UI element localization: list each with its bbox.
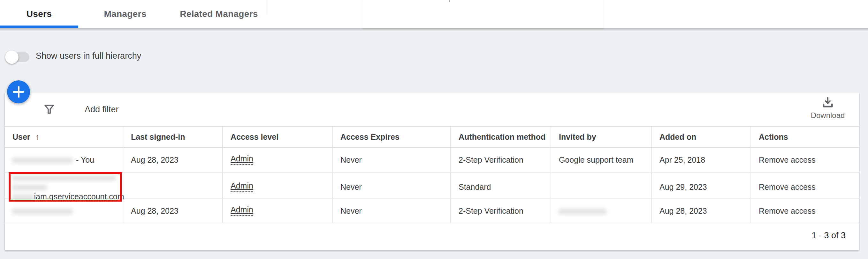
redacted-email: xxxxxxxxxxxxxx [12,207,73,216]
access-level-link[interactable]: Admin [230,154,253,165]
add-user-button[interactable] [7,80,30,103]
add-filter-button[interactable]: Add filter [42,98,119,120]
access-expires-cell: Never [332,199,450,223]
added-on-cell: Apr 25, 2018 [651,148,750,172]
actions-cell: Remove access [750,173,859,201]
user-cell: xxxxxxxxxxxxxx [5,199,123,223]
download-button[interactable]: Download [802,95,853,124]
column-header-last-signed-in: Last signed-in [123,126,222,147]
table-toolbar: Add filter Download [5,92,859,126]
funnel-icon [42,103,56,116]
hierarchy-toggle-label: Show users in full hierarchy [36,51,141,61]
auth-method-cell: 2-Step Verification [450,199,551,223]
tab-users[interactable]: Users [0,0,78,28]
redacted-email: xxxxxxxxxxx [559,207,607,216]
column-header-authentication-method: Authentication method [450,126,551,147]
plus-icon [18,86,20,98]
last-signed-in-cell: Aug 28, 2023 [123,199,222,223]
tab-bar-shadow [0,28,868,31]
pagination-label: 1 - 3 of 3 [811,231,846,240]
remove-access-link[interactable]: Remove access [759,182,816,192]
user-cell-service-account: xxxxxxxxxxxxxxxxxxxxxxxx xxxxxxxx xxxxxi… [5,173,123,201]
overlapping-panel [363,0,603,28]
users-table: User ↑ Last signed-in Access level Acces… [5,126,859,223]
table-header-row: User ↑ Last signed-in Access level Acces… [5,126,859,148]
actions-cell: Remove access [750,199,859,223]
column-header-added-on: Added on [651,126,750,147]
sort-ascending-icon: ↑ [35,132,40,142]
table-row-highlighted: xxxxxxxxxxxxxxxxxxxxxxxx xxxxxxxx xxxxxi… [5,173,859,199]
users-table-card: Add filter Download User ↑ Last signed-i… [5,92,859,250]
last-signed-in-cell: Aug 28, 2023 [123,148,222,172]
last-signed-in-cell [123,173,222,201]
column-header-invited-by: Invited by [551,126,651,147]
user-cell: xxxxxxxxxxxxxx - You [5,148,123,172]
redacted-email: xxxxxxxxxxxxxx [12,155,73,164]
toggle-knob [5,50,19,64]
remove-access-link[interactable]: Remove access [759,155,816,164]
you-suffix: - You [76,155,94,164]
users-admin-screen: Users Managers Related Managers Show use… [0,0,868,259]
table-row: xxxxxxxxxxxxxx Aug 28, 2023 Admin Never … [5,199,859,223]
panel-divider-tick [449,0,450,2]
active-tab-indicator [0,26,78,28]
access-expires-cell: Never [332,173,450,201]
remove-access-link[interactable]: Remove access [759,207,816,216]
column-header-access-level: Access level [222,126,332,147]
download-label: Download [811,111,845,120]
column-header-access-expires: Access Expires [332,126,450,147]
add-filter-label: Add filter [85,105,119,114]
invited-by-cell [551,173,651,201]
hierarchy-toggle[interactable] [5,50,31,64]
access-expires-cell: Never [332,148,450,172]
invited-by-cell: Google support team [551,148,651,172]
column-header-user[interactable]: User ↑ [5,126,123,147]
access-level-link[interactable]: Admin [230,206,253,217]
added-on-cell: Aug 29, 2023 [651,173,750,201]
column-header-actions: Actions [750,126,859,147]
hierarchy-toggle-row: Show users in full hierarchy [0,28,868,70]
added-on-cell: Aug 28, 2023 [651,199,750,223]
actions-cell: Remove access [750,148,859,172]
tab-bar: Users Managers Related Managers [0,0,868,28]
access-level-link[interactable]: Admin [230,182,253,193]
access-level-cell: Admin [222,148,332,172]
invited-by-cell: xxxxxxxxxxx [551,199,651,223]
auth-method-cell: Standard [450,173,551,201]
tab-related-managers[interactable]: Related Managers [172,0,266,28]
download-icon [821,96,834,109]
redacted-email-line1: xxxxxxxxxxxxxxxxxxxxxxxx [12,173,116,182]
column-header-label: User [12,133,30,142]
redacted-email-line2: xxxxxxxx [12,182,47,192]
access-level-cell: Admin [222,173,332,201]
tab-managers[interactable]: Managers [78,0,172,28]
table-row: xxxxxxxxxxxxxx - You Aug 28, 2023 Admin … [5,148,859,173]
auth-method-cell: 2-Step Verification [450,148,551,172]
panel-edge-divider [267,0,267,15]
access-level-cell: Admin [222,199,332,223]
